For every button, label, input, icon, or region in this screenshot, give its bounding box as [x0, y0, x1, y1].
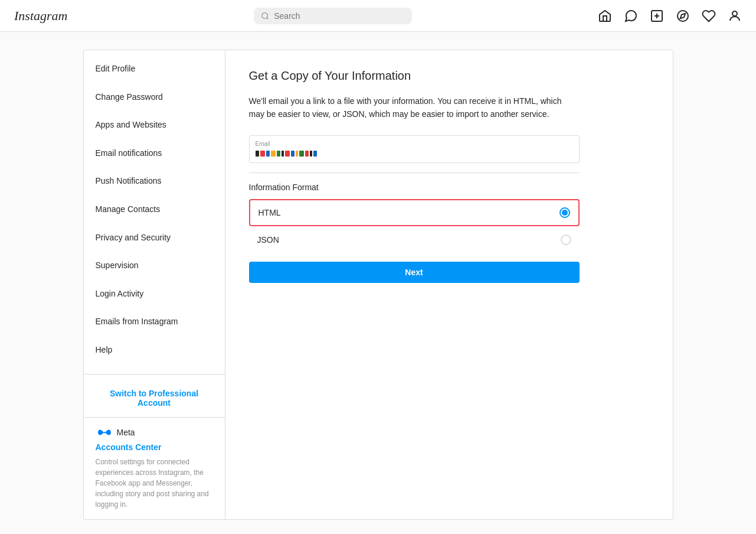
switch-to-professional[interactable]: Switch to Professional Account — [84, 379, 225, 417]
settings-container: Edit Profile Change Password Apps and We… — [83, 50, 673, 520]
meta-logo-row: Meta — [96, 427, 213, 438]
sidebar-item-edit-profile[interactable]: Edit Profile — [84, 55, 225, 83]
sidebar-item-manage-contacts[interactable]: Manage Contacts — [84, 196, 225, 224]
home-icon[interactable] — [598, 9, 612, 23]
profile-avatar[interactable] — [728, 9, 742, 23]
meta-infinity-icon — [96, 427, 113, 438]
svg-point-7 — [732, 11, 737, 16]
sidebar-item-email-notifications[interactable]: Email notifications — [84, 139, 225, 168]
accounts-center-description: Control settings for connected experienc… — [96, 457, 213, 510]
top-navigation: Instagram — [0, 0, 756, 32]
html-format-label: HTML — [258, 208, 281, 217]
email-field-label: Email — [256, 141, 573, 147]
svg-line-1 — [267, 17, 269, 19]
sidebar-item-login-activity[interactable]: Login Activity — [84, 280, 225, 308]
json-format-label: JSON — [257, 235, 279, 245]
sidebar: Edit Profile Change Password Apps and We… — [84, 50, 225, 519]
sidebar-item-change-password[interactable]: Change Password — [84, 83, 225, 112]
sidebar-item-help[interactable]: Help — [84, 336, 225, 364]
html-radio-button[interactable] — [559, 207, 570, 218]
format-section: Information Format HTML JSON — [249, 183, 649, 252]
switch-professional-link[interactable]: Switch to Professional Account — [110, 389, 198, 408]
svg-point-0 — [262, 12, 268, 18]
sidebar-item-supervision[interactable]: Supervision — [84, 252, 225, 280]
json-radio-button[interactable] — [561, 235, 571, 245]
heart-icon[interactable] — [702, 9, 716, 23]
page-description: We'll email you a link to a file with yo… — [249, 95, 580, 121]
search-input[interactable] — [274, 11, 404, 21]
page-title: Get a Copy of Your Information — [249, 69, 649, 83]
email-field-wrapper: Email — [249, 135, 580, 163]
format-option-html[interactable]: HTML — [249, 199, 580, 226]
sidebar-item-push-notifications[interactable]: Push Notifications — [84, 167, 225, 196]
email-value-pixelated — [256, 149, 573, 158]
svg-marker-6 — [680, 13, 685, 18]
format-option-json[interactable]: JSON — [249, 227, 580, 252]
meta-label: Meta — [117, 428, 135, 437]
sidebar-item-emails-instagram[interactable]: Emails from Instagram — [84, 308, 225, 336]
sidebar-nav: Edit Profile Change Password Apps and We… — [84, 50, 225, 369]
sidebar-item-privacy-security[interactable]: Privacy and Security — [84, 224, 225, 252]
create-icon[interactable] — [650, 9, 664, 23]
accounts-center-box: Meta Accounts Center Control settings fo… — [84, 417, 225, 519]
accounts-center-link[interactable]: Accounts Center — [96, 442, 213, 452]
instagram-logo: Instagram — [14, 8, 67, 24]
nav-icons — [598, 9, 742, 23]
explore-icon[interactable] — [676, 9, 690, 23]
next-button[interactable]: Next — [249, 262, 580, 283]
section-divider — [249, 172, 580, 173]
format-section-label: Information Format — [249, 183, 649, 192]
main-content: Get a Copy of Your Information We'll ema… — [225, 50, 673, 519]
search-bar[interactable] — [254, 8, 412, 24]
search-icon — [261, 11, 270, 21]
svg-point-5 — [678, 11, 688, 21]
sidebar-item-apps-websites[interactable]: Apps and Websites — [84, 111, 225, 139]
messenger-icon[interactable] — [624, 9, 638, 23]
sidebar-divider — [84, 374, 225, 375]
